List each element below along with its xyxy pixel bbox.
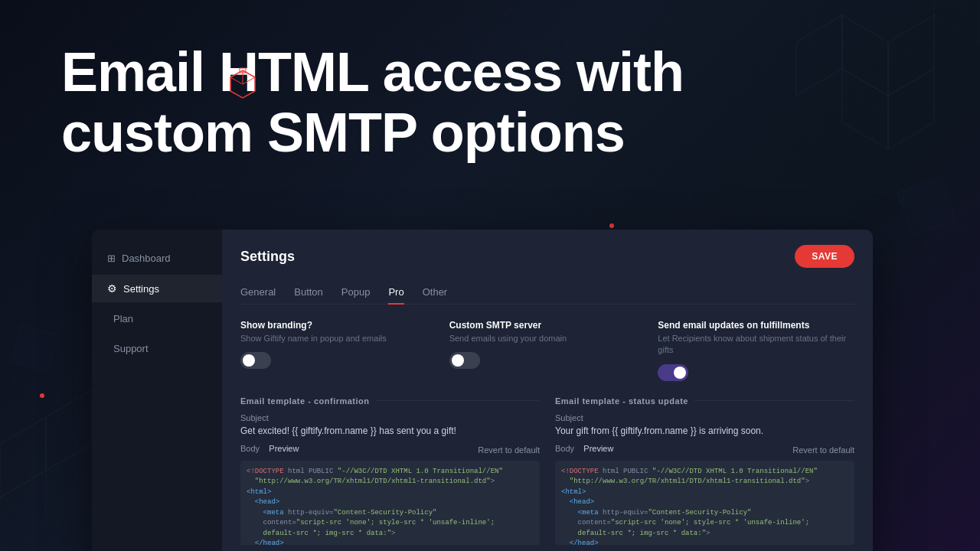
svg-marker-1 <box>842 69 888 149</box>
tab-pro[interactable]: Pro <box>388 280 403 304</box>
custom-smtp-label: Custom SMTP server <box>449 320 646 331</box>
main-content: Settings SAVE General Button Popup Pro O… <box>222 230 873 551</box>
svg-marker-6 <box>0 417 46 497</box>
hero-heading: Email HTML access with custom SMTP optio… <box>61 42 684 163</box>
svg-marker-4 <box>796 15 842 96</box>
sidebar-item-support[interactable]: Support <box>92 335 222 362</box>
tab-button[interactable]: Button <box>294 280 323 304</box>
page-title: Settings <box>240 249 295 265</box>
svg-marker-7 <box>46 390 92 471</box>
tab-other[interactable]: Other <box>423 280 448 304</box>
status-subject-value: Your gift from {{ giftify.from.name }} i… <box>555 425 854 436</box>
status-code-block[interactable]: <!DOCTYPE html PUBLIC "-//W3C//DTD XHTML… <box>555 461 854 545</box>
confirmation-preview-link[interactable]: Preview <box>269 444 299 453</box>
email-templates: Email template - confirmation Subject Ge… <box>240 396 854 545</box>
confirmation-subject-field: Subject Get excited! {{ giftify.from.nam… <box>240 413 540 436</box>
email-status-section: Email template - status update Subject Y… <box>555 396 854 545</box>
custom-smtp-toggle[interactable] <box>449 352 480 369</box>
settings-header: Settings SAVE <box>240 245 854 268</box>
confirmation-subject-value: Get excited! {{ giftify.from.name }} has… <box>240 425 540 436</box>
gear-icon: ⚙ <box>107 282 117 295</box>
app-window: ⊞ Dashboard ⚙ Settings Plan Support Sett… <box>92 230 873 551</box>
show-branding-desc: Show Giftify name in popup and emails <box>240 333 437 344</box>
hero-line2: custom SMTP options <box>61 102 625 163</box>
sidebar-label-plan: Plan <box>113 313 133 324</box>
svg-marker-0 <box>842 15 888 96</box>
decorative-dot-1 <box>609 223 614 228</box>
email-confirmation-section: Email template - confirmation Subject Ge… <box>240 396 540 545</box>
tabs-nav: General Button Popup Pro Other <box>240 280 854 305</box>
svg-marker-2 <box>888 15 934 96</box>
svg-marker-5 <box>934 0 980 42</box>
save-button[interactable]: SAVE <box>795 245 854 268</box>
confirmation-body-toolbar: Body Preview Revert to default <box>240 444 540 456</box>
show-branding-label: Show branding? <box>240 320 437 331</box>
confirmation-code-block[interactable]: <!DOCTYPE html PUBLIC "-//W3C//DTD XHTML… <box>240 461 540 545</box>
sidebar-item-settings[interactable]: ⚙ Settings <box>92 275 222 302</box>
svg-rect-9 <box>897 178 956 236</box>
sidebar-item-plan[interactable]: Plan <box>92 305 222 332</box>
status-section-title: Email template - status update <box>555 396 854 406</box>
show-branding-toggle[interactable] <box>240 352 271 369</box>
sidebar-label-settings: Settings <box>123 283 159 295</box>
cube-icon <box>226 67 260 101</box>
custom-smtp-setting: Custom SMTP server Send emails using you… <box>449 320 646 381</box>
confirmation-body-section: Body Preview Revert to default <!DOCTYPE… <box>240 444 540 545</box>
svg-marker-8 <box>0 471 46 551</box>
status-body-section: Body Preview Revert to default <!DOCTYPE… <box>555 444 854 545</box>
decorative-dot-2 <box>40 393 44 398</box>
svg-line-13 <box>230 77 243 84</box>
svg-rect-10 <box>11 324 57 371</box>
svg-marker-3 <box>888 69 934 149</box>
dashboard-icon: ⊞ <box>107 253 116 264</box>
confirmation-subject-label: Subject <box>240 413 540 422</box>
svg-line-14 <box>243 77 255 84</box>
email-updates-setting: Send email updates on fulfillments Let R… <box>658 320 854 381</box>
status-subject-label: Subject <box>555 413 854 422</box>
status-revert-link[interactable]: Revert to default <box>792 445 854 455</box>
sidebar-item-dashboard[interactable]: ⊞ Dashboard <box>92 245 222 272</box>
settings-toggles: Show branding? Show Giftify name in popu… <box>240 320 854 381</box>
sidebar-label-dashboard: Dashboard <box>122 253 171 264</box>
custom-smtp-desc: Send emails using your domain <box>449 333 646 344</box>
tab-general[interactable]: General <box>240 280 276 304</box>
confirmation-revert-link[interactable]: Revert to default <box>478 445 540 455</box>
status-subject-field: Subject Your gift from {{ giftify.from.n… <box>555 413 854 436</box>
email-updates-desc: Let Recipients know about shipment statu… <box>658 333 854 357</box>
email-updates-label: Send email updates on fulfillments <box>658 320 854 331</box>
hero-line1: Email HTML access with <box>61 41 684 103</box>
sidebar: ⊞ Dashboard ⚙ Settings Plan Support <box>92 230 222 551</box>
sidebar-label-support: Support <box>113 343 149 354</box>
status-body-label: Body Preview <box>555 444 613 453</box>
confirmation-section-title: Email template - confirmation <box>240 396 540 406</box>
show-branding-setting: Show branding? Show Giftify name in popu… <box>240 320 437 381</box>
confirmation-body-label: Body Preview <box>240 444 299 453</box>
status-preview-link[interactable]: Preview <box>583 444 613 453</box>
tab-popup[interactable]: Popup <box>341 280 371 304</box>
status-body-toolbar: Body Preview Revert to default <box>555 444 854 456</box>
email-updates-toggle[interactable] <box>658 364 688 381</box>
